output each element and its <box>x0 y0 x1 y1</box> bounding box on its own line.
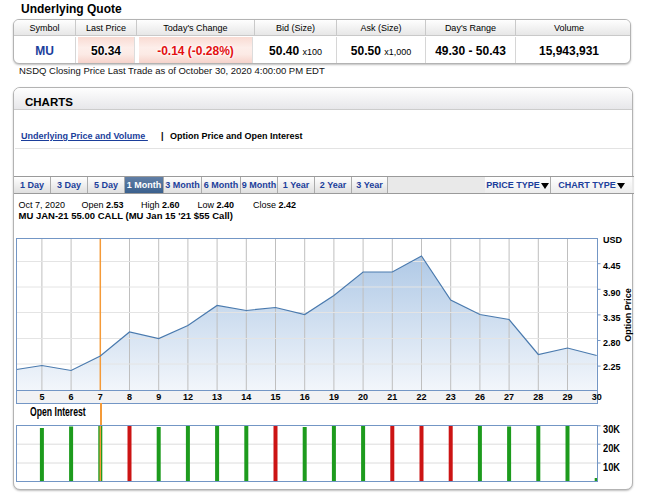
svg-text:22: 22 <box>416 392 426 402</box>
svg-text:29: 29 <box>562 392 572 402</box>
svg-text:30: 30 <box>592 392 602 402</box>
svg-text:16: 16 <box>300 392 310 402</box>
svg-text:28: 28 <box>533 392 543 402</box>
svg-text:20: 20 <box>358 392 368 402</box>
svg-text:27: 27 <box>504 392 514 402</box>
svg-text:9: 9 <box>156 392 161 402</box>
svg-text:26: 26 <box>475 392 485 402</box>
svg-text:6: 6 <box>69 392 74 402</box>
svg-text:23: 23 <box>446 392 456 402</box>
svg-text:13: 13 <box>212 392 222 402</box>
svg-text:21: 21 <box>387 392 397 402</box>
svg-text:7: 7 <box>98 392 103 402</box>
svg-text:15: 15 <box>270 392 280 402</box>
svg-text:12: 12 <box>183 392 193 402</box>
svg-text:14: 14 <box>241 392 251 402</box>
svg-text:8: 8 <box>127 392 132 402</box>
svg-text:5: 5 <box>39 392 44 402</box>
svg-text:19: 19 <box>329 392 339 402</box>
